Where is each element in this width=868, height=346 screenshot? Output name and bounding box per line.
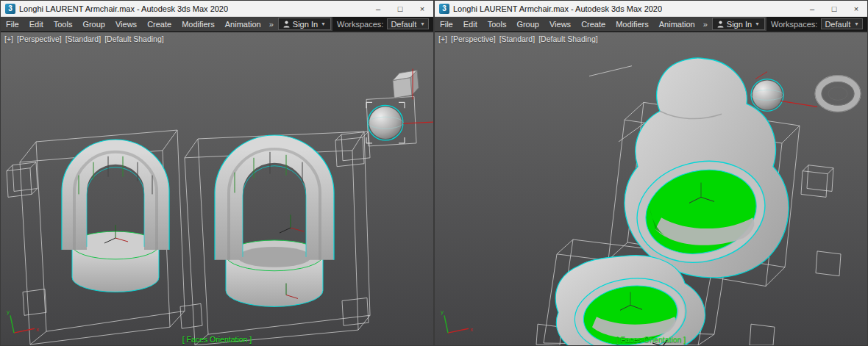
close-button[interactable]: × [411,1,433,16]
window-right: 3 Longhi LAURENT Armchair.max - Autodesk… [434,0,868,346]
maximize-button[interactable]: □ [389,1,411,16]
3dsmax-app-icon: 3 [439,4,449,14]
armchair-right[interactable] [215,135,334,306]
workspace-dropdown[interactable]: Default ▼ [821,18,863,29]
workspaces-label: Workspaces: [771,20,817,29]
viewport-left[interactable]: [+] [Perspective] [Standard] [Default Sh… [1,32,433,345]
person-icon [283,21,290,28]
workspace-value: Default [825,20,850,29]
svg-text:y: y [441,309,444,315]
menu-edit[interactable]: Edit [458,17,483,31]
menu-group[interactable]: Group [77,17,110,31]
menu-overflow-chevron[interactable]: » [266,17,277,31]
viewport-label: [+] [Perspective] [Standard] [Default Sh… [438,35,598,43]
chevron-down-icon: ▼ [321,21,326,26]
3dsmax-app-icon: 3 [5,4,15,14]
menu-create[interactable]: Create [142,17,177,31]
faces-orientation-status: [ Faces Orientation ] [435,335,867,344]
menu-bar: File Edit Tools Group Views Create Modif… [1,17,433,32]
world-axis-tripod-icon: x y [7,309,39,333]
menu-group[interactable]: Group [511,17,544,31]
svg-text:x: x [470,326,473,333]
scene-armchairs-back: x y [435,32,867,345]
svg-text:y: y [7,309,10,315]
workspaces-label: Workspaces: [337,20,383,29]
menu-edit[interactable]: Edit [24,17,49,31]
menu-animation[interactable]: Animation [220,17,266,31]
svg-text:x: x [36,326,39,333]
menu-modifiers[interactable]: Modifiers [177,17,220,31]
chevron-down-icon: ▼ [755,21,760,26]
box-helper[interactable] [393,69,419,100]
chevron-down-icon: ▼ [420,21,425,26]
viewport-label: [+] [Perspective] [Standard] [Default Sh… [4,35,164,43]
desktop: 3 Longhi LAURENT Armchair.max - Autodesk… [0,0,868,346]
viewport-general-menu[interactable]: [+] [4,35,13,43]
titlebar[interactable]: 3 Longhi LAURENT Armchair.max - Autodesk… [1,1,433,17]
menu-overflow-chevron[interactable]: » [700,17,711,31]
sign-in-button[interactable]: Sign In ▼ [712,18,765,30]
workspaces-bar: Workspaces: Default ▼ [766,17,867,31]
sign-in-label: Sign In [293,20,318,29]
viewport-renderer-menu[interactable]: [Standard] [499,35,535,43]
menu-views[interactable]: Views [544,17,576,31]
menu-animation[interactable]: Animation [654,17,700,31]
viewport-shading-menu[interactable]: [Default Shading] [104,35,164,43]
armchair-left[interactable] [62,140,169,292]
menu-bar: File Edit Tools Group Views Create Modif… [435,17,867,32]
menu-tools[interactable]: Tools [49,17,78,31]
chevron-down-icon: ▼ [854,21,859,26]
faces-orientation-status: [ Faces Orientation ] [1,335,433,344]
scene-armchairs-front: x y [1,32,433,345]
sphere-helper[interactable] [366,102,433,143]
viewport-general-menu[interactable]: [+] [438,35,447,43]
viewport-shading-menu[interactable]: [Default Shading] [538,35,598,43]
viewport-pov-menu[interactable]: [Perspective] [17,35,62,43]
viewport-right[interactable]: [+] [Perspective] [Standard] [Default Sh… [435,32,867,345]
menu-views[interactable]: Views [110,17,142,31]
window-title: Longhi LAURENT Armchair.max - Autodesk 3… [19,4,228,13]
sign-in-button[interactable]: Sign In ▼ [278,18,331,30]
menu-tools[interactable]: Tools [483,17,512,31]
minimize-button[interactable]: – [367,1,389,16]
sphere-helper[interactable] [751,72,817,112]
menu-file[interactable]: File [1,17,24,31]
window-left: 3 Longhi LAURENT Armchair.max - Autodesk… [0,0,434,346]
close-button[interactable]: × [845,1,867,16]
menu-file[interactable]: File [435,17,458,31]
viewport-pov-menu[interactable]: [Perspective] [451,35,496,43]
menu-create[interactable]: Create [576,17,611,31]
minimize-button[interactable]: – [801,1,823,16]
workspace-value: Default [391,20,416,29]
world-axis-tripod-icon: x y [441,309,473,333]
maximize-button[interactable]: □ [823,1,845,16]
menu-modifiers[interactable]: Modifiers [611,17,654,31]
sign-in-label: Sign In [727,20,752,29]
workspace-dropdown[interactable]: Default ▼ [387,18,429,29]
workspaces-bar: Workspaces: Default ▼ [332,17,433,31]
window-title: Longhi LAURENT Armchair.max - Autodesk 3… [453,4,662,13]
person-icon [717,21,724,28]
titlebar[interactable]: 3 Longhi LAURENT Armchair.max - Autodesk… [435,1,867,17]
viewport-renderer-menu[interactable]: [Standard] [65,35,101,43]
torus-helper[interactable] [815,76,861,112]
